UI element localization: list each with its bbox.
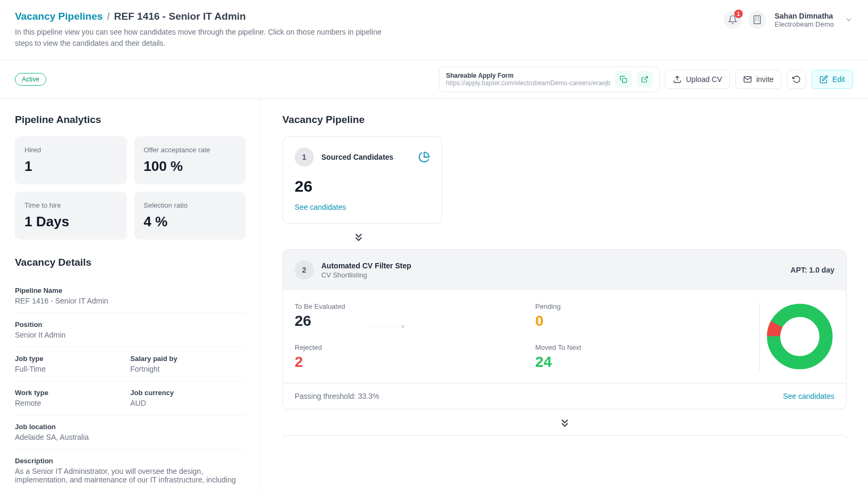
analytics-title: Pipeline Analytics <box>15 114 246 126</box>
detail-label: Salary paid by <box>131 355 246 363</box>
detail-value: Adelaide SA, Australia <box>15 433 246 441</box>
stat-selection-ratio: Selection ratio 4 % <box>134 192 246 240</box>
step2-title: Automated CV Filter Step <box>321 261 411 270</box>
moved-label: Moved To Next <box>536 343 755 351</box>
stat-hired: Hired 1 <box>15 136 127 184</box>
refresh-button[interactable] <box>787 70 806 89</box>
breadcrumb: Vacancy Pipelines / REF 1416 - Senior IT… <box>15 11 399 22</box>
svg-line-2 <box>644 77 647 80</box>
share-label: Shareable Apply Form <box>446 72 611 79</box>
pipeline-title: Vacancy Pipeline <box>282 114 847 126</box>
detail-label: Description <box>15 457 246 465</box>
step1-count[interactable]: 26 <box>295 177 430 195</box>
step2-apt: APT: 1.0 day <box>791 266 834 274</box>
details-title: Vacancy Details <box>15 257 246 268</box>
notifications-button[interactable]: 1 <box>724 11 742 29</box>
page-description: In this pipeline view you can see how ca… <box>15 27 399 49</box>
detail-label: Work type <box>15 389 131 397</box>
step1-num: 1 <box>295 147 314 167</box>
rejected-label: Rejected <box>295 343 514 351</box>
mail-icon <box>743 75 752 84</box>
donut-chart <box>765 302 834 371</box>
upload-icon <box>673 75 682 84</box>
edit-button[interactable]: Edit <box>812 70 853 89</box>
stat-label: Offer acceptance rate <box>144 146 237 154</box>
org-button[interactable] <box>748 11 766 29</box>
to-eval-label: To Be Evaluated <box>295 302 514 310</box>
status-badge: Active <box>15 73 46 86</box>
external-link-icon <box>641 76 648 83</box>
step2-sub: CV Shortlisting <box>321 271 411 279</box>
user-name: Sahan Dimnatha <box>775 12 834 20</box>
share-box: Shareable Apply Form https://apply.bapte… <box>439 67 660 92</box>
detail-label: Position <box>15 321 246 329</box>
detail-label: Job location <box>15 423 246 431</box>
pie-chart-icon[interactable] <box>418 151 430 163</box>
pending-value[interactable]: 0 <box>536 313 755 330</box>
edit-icon <box>820 75 828 84</box>
flow-arrow-icon <box>282 230 847 244</box>
detail-label: Job currency <box>131 389 246 397</box>
share-url: https://apply.bapter.com/electrobeamDemo… <box>446 79 611 87</box>
detail-value: As a Senior IT Administrator, you will o… <box>15 467 246 484</box>
invite-button[interactable]: invite <box>735 70 782 89</box>
open-link-button[interactable] <box>637 71 653 87</box>
step1-see-candidates[interactable]: See candidates <box>295 203 430 211</box>
stat-label: Selection ratio <box>144 201 237 209</box>
stat-label: Time to hire <box>25 201 117 209</box>
threshold-label: Passing threshold: 33.3% <box>295 392 379 400</box>
user-org: Electrobeam Demo <box>775 20 834 28</box>
chevron-down-icon[interactable] <box>845 15 853 24</box>
detail-value: Full-Time <box>15 365 131 373</box>
detail-value: Fortnight <box>131 365 246 373</box>
building-icon <box>752 15 762 24</box>
upload-cv-label: Upload CV <box>686 75 722 84</box>
step1-title: Sourced Candidates <box>321 153 393 161</box>
step2-card: 2 Automated CV Filter Step CV Shortlisti… <box>282 249 847 409</box>
upload-cv-button[interactable]: Upload CV <box>665 70 730 89</box>
breadcrumb-current: REF 1416 - Senior IT Admin <box>114 11 246 22</box>
step3-card <box>282 435 847 439</box>
user-menu[interactable]: Sahan Dimnatha Electrobeam Demo <box>775 12 834 28</box>
rejected-value[interactable]: 2 <box>295 354 514 371</box>
detail-value: Remote <box>15 399 131 407</box>
detail-label: Job type <box>15 355 131 363</box>
stat-value: 4 % <box>144 214 237 230</box>
detail-value: REF 1416 - Senior IT Admin <box>15 297 246 305</box>
step2-num: 2 <box>295 260 314 280</box>
svg-rect-0 <box>754 16 760 24</box>
stat-value: 1 Days <box>25 214 117 230</box>
detail-label: Pipeline Name <box>15 286 246 294</box>
moved-value[interactable]: 24 <box>536 354 755 371</box>
pending-label: Pending <box>536 302 755 310</box>
notif-badge: 1 <box>734 10 743 18</box>
svg-rect-1 <box>623 78 627 83</box>
copy-icon <box>620 76 627 83</box>
stat-offer-rate: Offer acceptance rate 100 % <box>134 136 246 184</box>
stat-value: 1 <box>25 158 117 175</box>
flow-arrow-icon <box>282 416 847 430</box>
invite-label: invite <box>756 75 774 84</box>
detail-value: AUD <box>131 399 246 407</box>
metrics-divider <box>759 302 760 371</box>
svg-point-5 <box>774 310 826 363</box>
stat-value: 100 % <box>144 158 237 175</box>
stat-time-to-hire: Time to hire 1 Days <box>15 192 127 240</box>
copy-button[interactable] <box>615 71 631 87</box>
edit-label: Edit <box>832 75 845 84</box>
breadcrumb-root[interactable]: Vacancy Pipelines <box>15 11 103 22</box>
step2-see-candidates[interactable]: See candidates <box>783 392 834 400</box>
breadcrumb-sep: / <box>107 11 110 22</box>
refresh-icon <box>792 75 801 84</box>
dotted-arrow-icon: ··········➤ <box>372 323 407 330</box>
detail-value: Senior It Admin <box>15 331 246 339</box>
stat-label: Hired <box>25 146 117 154</box>
step1-card: 1 Sourced Candidates 26 See candidates <box>282 136 442 224</box>
